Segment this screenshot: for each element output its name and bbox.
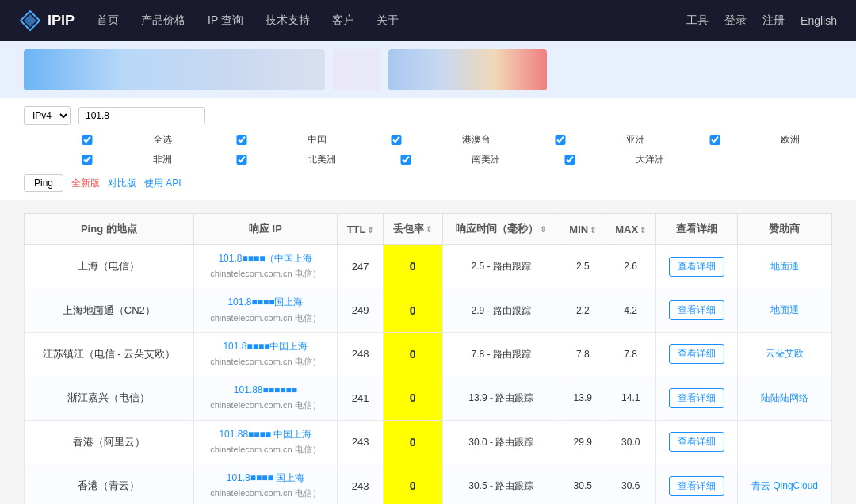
detail-button[interactable]: 查看详细 — [669, 300, 724, 320]
detail-button[interactable]: 查看详细 — [669, 344, 724, 364]
cell-location: 上海地面通（CN2） — [25, 288, 194, 332]
th-detail: 查看详细 — [655, 214, 737, 245]
ip-sub: chinatelecom.com.cn 电信） — [210, 400, 320, 410]
table-row: 香港（阿里云） 101.88■■■■ 中国上海 chinatelecom.com… — [25, 420, 832, 464]
check-south-america[interactable]: 南美洲 — [342, 153, 500, 166]
cell-loss: 0 — [383, 420, 442, 464]
cell-detail[interactable]: 查看详细 — [655, 376, 737, 420]
nav-home[interactable]: 首页 — [97, 10, 119, 31]
cell-detail[interactable]: 查看详细 — [655, 245, 737, 288]
cell-ip: 101.8■■■■中国上海 chinatelecom.com.cn 电信） — [193, 332, 338, 376]
table-header-row: Ping 的地点 响应 IP TTL⇕ 丢包率⇕ 响应时间（毫秒）⇕ MIN⇕ … — [25, 214, 832, 245]
sponsor-link[interactable]: 地面通 — [770, 261, 799, 272]
cell-loss: 0 — [383, 332, 442, 376]
cell-sponsor — [737, 420, 831, 464]
cell-loss: 0 — [383, 288, 442, 332]
th-response[interactable]: 响应时间（毫秒）⇕ — [442, 214, 560, 245]
cell-min: 13.9 — [560, 376, 606, 420]
cell-sponsor: 地面通 — [737, 245, 831, 288]
nav-support[interactable]: 技术支持 — [266, 10, 310, 31]
nav-ip-query[interactable]: IP 查询 — [208, 10, 243, 31]
min-sort-icon: ⇕ — [590, 226, 596, 235]
cell-ttl: 241 — [338, 376, 384, 420]
cell-ttl: 243 — [338, 464, 384, 504]
sponsor-link[interactable]: 地面通 — [770, 304, 799, 315]
loss-sort-icon: ⇕ — [426, 225, 432, 234]
cell-ttl: 248 — [338, 332, 384, 376]
sponsor-link[interactable]: 云朵艾欧 — [766, 348, 804, 359]
cell-location: 江苏镇江（电信 - 云朵艾欧） — [25, 332, 194, 376]
cell-min: 30.5 — [560, 464, 606, 504]
cell-location: 上海（电信） — [25, 245, 194, 288]
cell-sponsor: 青云 QingCloud — [737, 464, 831, 504]
detail-button[interactable]: 查看详细 — [669, 476, 724, 496]
new-version-link[interactable]: 全新版 — [71, 177, 100, 190]
cell-max: 4.2 — [606, 288, 655, 332]
ip-sub: chinatelecom.com.cn 电信） — [210, 313, 320, 323]
detail-button[interactable]: 查看详细 — [669, 388, 724, 408]
nav-about[interactable]: 关于 — [376, 10, 399, 31]
cell-detail[interactable]: 查看详细 — [655, 288, 737, 332]
th-ip: 响应 IP — [193, 214, 338, 245]
th-location: Ping 的地点 — [25, 214, 194, 245]
cell-ip: 101.8■■■■ 国上海 chinatelecom.com.cn 电信） — [193, 464, 338, 504]
filter-bar: IPv4 全选 中国 港澳台 亚洲 欧洲 非洲 北美洲 南美洲 大洋洲 Ping… — [0, 98, 856, 200]
cell-min: 7.8 — [560, 332, 606, 376]
detail-button[interactable]: 查看详细 — [669, 432, 724, 452]
check-north-america[interactable]: 北美洲 — [178, 153, 336, 166]
sponsor-link[interactable]: 青云 QingCloud — [751, 480, 818, 491]
cell-location: 香港（阿里云） — [25, 420, 194, 464]
cell-min: 29.9 — [560, 420, 606, 464]
ip-sub: chinatelecom.com.cn 电信） — [210, 445, 320, 454]
detail-button[interactable]: 查看详细 — [669, 257, 724, 277]
th-min[interactable]: MIN⇕ — [560, 214, 606, 245]
cell-detail[interactable]: 查看详细 — [655, 420, 737, 464]
nav-english[interactable]: English — [801, 11, 837, 30]
ip-sub: chinatelecom.com.cn 电信） — [210, 269, 320, 278]
nav-login[interactable]: 登录 — [724, 10, 747, 31]
cell-response: 2.5 - 路由跟踪 — [442, 245, 560, 288]
th-ttl[interactable]: TTL⇕ — [338, 214, 384, 245]
table-row: 浙江嘉兴（电信） 101.88■■■■■■ chinatelecom.com.c… — [25, 376, 832, 420]
table-row: 上海（电信） 101.8■■■■（中国上海 chinatelecom.com.c… — [25, 245, 832, 288]
ip-main: 101.88■■■■■■ — [234, 384, 297, 395]
check-oceania[interactable]: 大洋洲 — [506, 153, 664, 166]
ip-main: 101.8■■■■ 国上海 — [227, 472, 304, 483]
nav-tools[interactable]: 工具 — [686, 10, 709, 31]
logo-text: IPIP — [48, 13, 75, 29]
filter-checks: 全选 中国 港澳台 亚洲 欧洲 非洲 北美洲 南美洲 大洋洲 — [24, 133, 832, 166]
cell-ttl: 247 — [338, 245, 384, 288]
th-max[interactable]: MAX⇕ — [606, 214, 655, 245]
api-link[interactable]: 使用 API — [144, 177, 182, 190]
cell-detail[interactable]: 查看详细 — [655, 464, 737, 504]
nav-clients[interactable]: 客户 — [332, 10, 354, 31]
max-sort-icon: ⇕ — [640, 226, 646, 235]
ping-button[interactable]: Ping — [24, 174, 63, 192]
ip-main: 101.8■■■■中国上海 — [223, 341, 308, 352]
compare-link[interactable]: 对比版 — [108, 177, 136, 190]
check-china[interactable]: 中国 — [178, 133, 327, 147]
ip-input[interactable] — [78, 107, 205, 124]
check-all[interactable]: 全选 — [24, 133, 172, 147]
th-loss[interactable]: 丢包率⇕ — [383, 214, 442, 245]
cell-ip: 101.8■■■■（中国上海 chinatelecom.com.cn 电信） — [193, 245, 338, 288]
cell-response: 30.0 - 路由跟踪 — [442, 420, 560, 464]
check-europe[interactable]: 欧洲 — [652, 133, 800, 147]
cell-sponsor: 地面通 — [737, 288, 831, 332]
cell-ip: 101.8■■■■国上海 chinatelecom.com.cn 电信） — [193, 288, 338, 332]
check-hmt[interactable]: 港澳台 — [333, 133, 491, 147]
cell-loss: 0 — [383, 464, 442, 504]
sponsor-link[interactable]: 陆陆陆网络 — [761, 392, 808, 403]
ping-table: Ping 的地点 响应 IP TTL⇕ 丢包率⇕ 响应时间（毫秒）⇕ MIN⇕ … — [24, 213, 832, 504]
nav-register[interactable]: 注册 — [762, 10, 785, 31]
ip-main: 101.88■■■■ 中国上海 — [219, 429, 311, 440]
table-row: 上海地面通（CN2） 101.8■■■■国上海 chinatelecom.com… — [25, 288, 832, 332]
protocol-select[interactable]: IPv4 — [24, 106, 71, 125]
logo[interactable]: IPIP — [19, 10, 75, 32]
check-africa[interactable]: 非洲 — [24, 153, 172, 166]
response-sort-icon: ⇕ — [540, 225, 546, 234]
nav-pricing[interactable]: 产品价格 — [141, 10, 185, 31]
table-wrap: Ping 的地点 响应 IP TTL⇕ 丢包率⇕ 响应时间（毫秒）⇕ MIN⇕ … — [0, 200, 856, 504]
check-asia[interactable]: 亚洲 — [497, 133, 645, 147]
cell-detail[interactable]: 查看详细 — [655, 332, 737, 376]
